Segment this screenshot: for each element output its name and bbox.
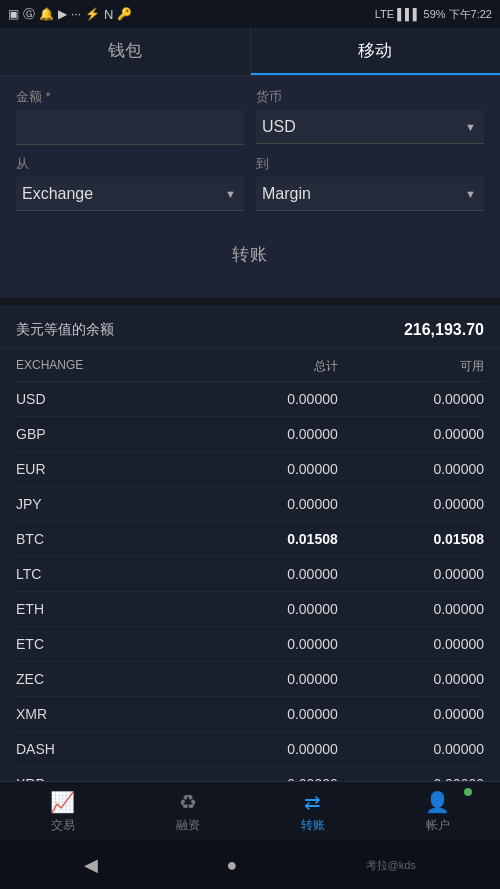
col-available-label: 可用 [338, 358, 484, 375]
transfer-button[interactable]: 转账 [172, 233, 328, 276]
to-select-wrapper: Margin Exchange [256, 177, 484, 211]
currency-group: 货币 USD GBP EUR JPY BTC LTC ETH [256, 88, 484, 144]
cell-available: 0.00000 [338, 461, 484, 477]
icon-key: 🔑 [117, 7, 132, 21]
table-row: LTC0.000000.00000 [16, 557, 484, 592]
tab-wallet[interactable]: 钱包 [0, 28, 251, 75]
nav-funding[interactable]: ♻ 融资 [125, 784, 250, 840]
cell-available: 0.00000 [338, 636, 484, 652]
currency-label: 货币 [256, 88, 484, 106]
icon-square: ▣ [8, 7, 19, 21]
cell-currency-name: ETH [16, 601, 192, 617]
cell-currency-name: DASH [16, 741, 192, 757]
icon-nfc: N [104, 7, 113, 22]
currency-select-wrapper: USD GBP EUR JPY BTC LTC ETH [256, 110, 484, 144]
cell-currency-name: GBP [16, 426, 192, 442]
to-label: 到 [256, 155, 484, 173]
status-left-icons: ▣ Ⓖ 🔔 ▶ ··· ⚡ N 🔑 [8, 6, 132, 23]
battery-text: 59% [424, 8, 446, 20]
account-label: 帐户 [426, 817, 450, 834]
cell-available: 0.00000 [338, 601, 484, 617]
cell-currency-name: XMR [16, 706, 192, 722]
cell-available: 0.00000 [338, 741, 484, 757]
balance-value: 216,193.70 [404, 321, 484, 339]
transfer-btn-row: 转账 [16, 221, 484, 282]
cell-available: 0.00000 [338, 391, 484, 407]
cell-total: 0.00000 [192, 391, 338, 407]
signal-icon: ▌▌▌ [397, 8, 420, 20]
transfer-icon: ⇄ [304, 790, 321, 814]
icon-bell: 🔔 [39, 7, 54, 21]
icon-dots: ··· [71, 7, 81, 21]
table-row: GBP0.000000.00000 [16, 417, 484, 452]
table-row: DASH0.000000.00000 [16, 732, 484, 767]
table-row: XMR0.000000.00000 [16, 697, 484, 732]
account-online-dot [464, 788, 472, 796]
cell-total: 0.00000 [192, 671, 338, 687]
cell-total: 0.00000 [192, 601, 338, 617]
cell-available: 0.00000 [338, 566, 484, 582]
cell-available: 0.00000 [338, 706, 484, 722]
icon-play: ▶ [58, 7, 67, 21]
trading-icon: 📈 [50, 790, 75, 814]
balance-section: 美元等值的余额 216,193.70 [0, 306, 500, 348]
cell-currency-name: LTC [16, 566, 192, 582]
col-total-label: 总计 [192, 358, 338, 375]
cell-currency-name: ZEC [16, 671, 192, 687]
table-body: USD0.000000.00000GBP0.000000.00000EUR0.0… [16, 382, 484, 802]
nav-trading[interactable]: 📈 交易 [0, 784, 125, 840]
cell-total: 0.00000 [192, 566, 338, 582]
lte-icon: LTE [375, 8, 394, 20]
brand-text: 考拉@kds [366, 858, 416, 873]
currency-select[interactable]: USD GBP EUR JPY BTC LTC ETH [256, 110, 484, 144]
nav-transfer[interactable]: ⇄ 转账 [250, 784, 375, 840]
back-button[interactable]: ◀ [84, 854, 98, 876]
table-row: BTC0.015080.01508 [16, 522, 484, 557]
cell-currency-name: JPY [16, 496, 192, 512]
from-select[interactable]: Exchange Margin [16, 177, 244, 211]
time-text: 下午7:22 [449, 7, 492, 22]
table-row: ETC0.000000.00000 [16, 627, 484, 662]
cell-total: 0.01508 [192, 531, 338, 547]
amount-label: 金额 * [16, 88, 244, 106]
table-row: EUR0.000000.00000 [16, 452, 484, 487]
from-label: 从 [16, 155, 244, 173]
section-divider [0, 298, 500, 306]
icon-g: Ⓖ [23, 6, 35, 23]
col-section-label: EXCHANGE [16, 358, 192, 375]
transfer-nav-label: 转账 [301, 817, 325, 834]
table-row: JPY0.000000.00000 [16, 487, 484, 522]
cell-total: 0.00000 [192, 706, 338, 722]
tab-move[interactable]: 移动 [251, 28, 501, 75]
to-group: 到 Margin Exchange [256, 155, 484, 211]
table-row: USD0.000000.00000 [16, 382, 484, 417]
cell-available: 0.00000 [338, 496, 484, 512]
home-button[interactable]: ● [226, 855, 237, 876]
amount-input[interactable] [16, 110, 244, 145]
bottom-nav: 📈 交易 ♻ 融资 ⇄ 转账 👤 帐户 [0, 781, 500, 841]
android-bar: ◀ ● 考拉@kds [0, 841, 500, 889]
from-to-row: 从 Exchange Margin 到 Margin Exchange [16, 155, 484, 211]
table-row: ZEC0.000000.00000 [16, 662, 484, 697]
amount-currency-row: 金额 * 货币 USD GBP EUR JPY BTC LTC ETH [16, 88, 484, 145]
icon-bluetooth: ⚡ [85, 7, 100, 21]
to-select[interactable]: Margin Exchange [256, 177, 484, 211]
cell-available: 0.00000 [338, 426, 484, 442]
cell-available: 0.00000 [338, 671, 484, 687]
exchange-table: EXCHANGE 总计 可用 USD0.000000.00000GBP0.000… [0, 348, 500, 845]
table-row: ETH0.000000.00000 [16, 592, 484, 627]
amount-group: 金额 * [16, 88, 244, 145]
status-bar: ▣ Ⓖ 🔔 ▶ ··· ⚡ N 🔑 LTE ▌▌▌ 59% 下午7:22 [0, 0, 500, 28]
trading-label: 交易 [51, 817, 75, 834]
status-right: LTE ▌▌▌ 59% 下午7:22 [375, 7, 492, 22]
cell-total: 0.00000 [192, 461, 338, 477]
from-select-wrapper: Exchange Margin [16, 177, 244, 211]
nav-account[interactable]: 👤 帐户 [375, 784, 500, 840]
top-tabs: 钱包 移动 [0, 28, 500, 76]
cell-available: 0.01508 [338, 531, 484, 547]
funding-label: 融资 [176, 817, 200, 834]
cell-currency-name: BTC [16, 531, 192, 547]
cell-total: 0.00000 [192, 741, 338, 757]
cell-currency-name: EUR [16, 461, 192, 477]
funding-icon: ♻ [179, 790, 197, 814]
